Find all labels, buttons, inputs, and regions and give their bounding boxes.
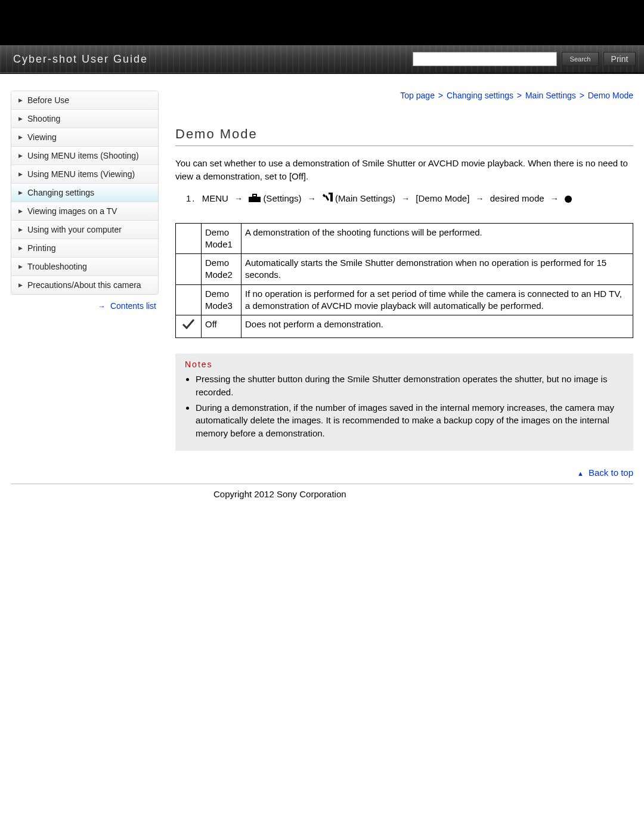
arrow-right-icon: →: [98, 302, 106, 311]
svg-rect-2: [253, 195, 256, 196]
print-button[interactable]: Print: [603, 52, 636, 66]
step-settings: (Settings): [263, 193, 301, 203]
sidebar-item-menu-shooting[interactable]: ▶ Using MENU items (Shooting): [11, 147, 158, 165]
toolbox-icon: [249, 192, 261, 206]
chevron-right-icon: ▶: [18, 171, 23, 177]
sidebar-item-before-use[interactable]: ▶ Before Use: [11, 91, 158, 110]
row-desc: A demonstration of the shooting function…: [242, 223, 633, 254]
table-row: Demo Mode1 A demonstration of the shooti…: [176, 223, 633, 254]
step-desired-mode: desired mode: [490, 193, 544, 203]
chevron-right-icon: ▶: [18, 116, 23, 122]
note-item: Pressing the shutter button during the S…: [196, 373, 624, 399]
check-icon: [182, 320, 195, 333]
mode-table: Demo Mode1 A demonstration of the shooti…: [175, 223, 633, 339]
table-row: Demo Mode3 If no operation is performed …: [176, 284, 633, 315]
chevron-right-icon: ▶: [18, 134, 23, 140]
breadcrumb-changing-settings[interactable]: Changing settings: [447, 91, 513, 100]
back-to-top-link[interactable]: Back to top: [589, 467, 633, 478]
sidebar-item-precautions[interactable]: ▶ Precautions/About this camera: [11, 276, 158, 294]
notes-box: Notes Pressing the shutter button during…: [175, 354, 633, 451]
intro-text: You can set whether to use a demonstrati…: [175, 157, 633, 183]
row-desc: If no operation is performed for a set p…: [242, 284, 633, 315]
sidebar-item-label: Before Use: [27, 95, 69, 105]
search-input[interactable]: [413, 52, 557, 66]
chevron-right-icon: ▶: [18, 153, 23, 159]
triangle-up-icon: ▲: [577, 470, 584, 477]
chevron-right-icon: ▶: [18, 264, 23, 270]
sidebar-item-label: Viewing: [27, 132, 57, 142]
chevron-right-icon: ▶: [18, 245, 23, 251]
chevron-right-icon: ▶: [18, 97, 23, 103]
sidebar-item-viewing-tv[interactable]: ▶ Viewing images on a TV: [11, 202, 158, 221]
row-icon-cell: [176, 284, 202, 315]
breadcrumb-sep: >: [580, 91, 584, 100]
note-item: During a demonstration, if the number of…: [196, 401, 624, 440]
step-main-settings: (Main Settings): [335, 193, 395, 203]
breadcrumb-demo-mode[interactable]: Demo Mode: [588, 91, 633, 100]
sidebar-item-label: Shooting: [27, 114, 60, 123]
sidebar: ▶ Before Use ▶ Shooting ▶ Viewing ▶ Usin…: [11, 91, 159, 311]
sidebar-item-using-computer[interactable]: ▶ Using with your computer: [11, 221, 158, 239]
header-bar: Cyber-shot User Guide Search Print: [0, 45, 644, 72]
step-number: 1.: [186, 193, 196, 203]
notes-title: Notes: [185, 360, 624, 369]
sidebar-item-label: Printing: [27, 243, 55, 253]
site-title: Cyber-shot User Guide: [0, 53, 148, 66]
arrow-right-icon: →: [550, 192, 559, 205]
step-menu: MENU: [202, 193, 228, 203]
row-desc: Does not perform a demonstration.: [242, 315, 633, 338]
sidebar-item-label: Viewing images on a TV: [27, 206, 117, 216]
row-label: Off: [202, 315, 242, 338]
chevron-right-icon: ▶: [18, 227, 23, 233]
arrow-right-icon: →: [401, 192, 410, 205]
sidebar-item-label: Using with your computer: [27, 225, 122, 234]
sidebar-item-shooting[interactable]: ▶ Shooting: [11, 110, 158, 128]
breadcrumb-top[interactable]: Top page: [400, 91, 435, 100]
sidebar-item-label: Using MENU items (Shooting): [27, 151, 139, 160]
breadcrumb-sep: >: [517, 91, 522, 100]
sidebar-item-printing[interactable]: ▶ Printing: [11, 239, 158, 258]
page-title: Demo Mode: [175, 126, 633, 142]
table-row: Off Does not perform a demonstration.: [176, 315, 633, 338]
chevron-right-icon: ▶: [18, 282, 23, 288]
sidebar-item-changing-settings[interactable]: ▶ Changing settings: [11, 184, 158, 202]
sidebar-item-label: Precautions/About this camera: [27, 280, 141, 290]
arrow-right-icon: →: [308, 192, 316, 205]
chevron-right-icon: ▶: [18, 208, 23, 214]
row-label: Demo Mode3: [202, 284, 242, 315]
row-icon-cell: [176, 254, 202, 285]
sidebar-item-troubleshooting[interactable]: ▶ Troubleshooting: [11, 258, 158, 276]
step-1: 1. MENU → (Settings) → (Main Settings) →…: [186, 191, 633, 206]
breadcrumb-main-settings[interactable]: Main Settings: [525, 91, 576, 100]
row-icon-cell: [176, 223, 202, 254]
wrench-icon: [322, 192, 333, 206]
step-demo-mode: [Demo Mode]: [416, 193, 469, 203]
main-content: Top page > Changing settings > Main Sett…: [175, 91, 633, 481]
row-label: Demo Mode1: [202, 223, 242, 254]
sidebar-item-viewing[interactable]: ▶ Viewing: [11, 128, 158, 147]
sidebar-item-label: Changing settings: [27, 188, 94, 197]
contents-list-link[interactable]: Contents list: [110, 301, 156, 311]
sidebar-item-label: Troubleshooting: [27, 262, 87, 271]
chevron-right-icon: ▶: [18, 190, 23, 196]
footer: Copyright 2012 Sony Corporation: [11, 484, 633, 523]
bullet-icon: [565, 196, 572, 203]
sidebar-item-menu-viewing[interactable]: ▶ Using MENU items (Viewing): [11, 165, 158, 184]
top-black-strip: [0, 0, 644, 45]
arrow-right-icon: →: [234, 192, 243, 205]
arrow-right-icon: →: [476, 192, 484, 205]
row-label: Demo Mode2: [202, 254, 242, 285]
breadcrumb: Top page > Changing settings > Main Sett…: [175, 91, 633, 100]
sidebar-nav: ▶ Before Use ▶ Shooting ▶ Viewing ▶ Usin…: [11, 91, 159, 295]
svg-rect-5: [330, 194, 333, 202]
sidebar-item-label: Using MENU items (Viewing): [27, 169, 135, 179]
title-underline: [175, 145, 633, 146]
table-row: Demo Mode2 Automatically starts the Smil…: [176, 254, 633, 285]
row-icon-cell: [176, 315, 202, 338]
svg-rect-0: [249, 197, 261, 202]
svg-rect-4: [329, 193, 333, 194]
row-desc: Automatically starts the Smile Shutter d…: [242, 254, 633, 285]
search-button[interactable]: Search: [562, 52, 599, 66]
svg-rect-3: [325, 195, 329, 200]
copyright-text: Copyright 2012 Sony Corporation: [11, 489, 633, 499]
